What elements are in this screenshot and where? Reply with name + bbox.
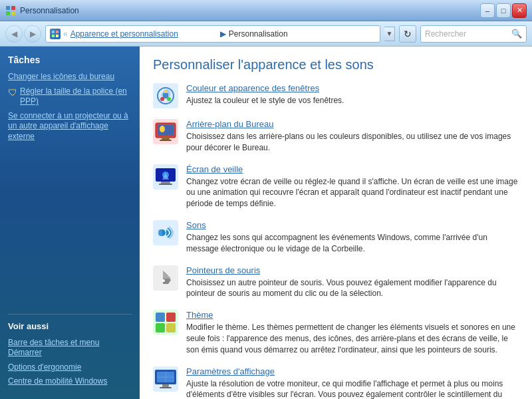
content-area: Personnaliser l'apparence et les sons Co…: [140, 47, 532, 399]
sidebar-link-projector[interactable]: Se connecter à un projecteur ou à un aut…: [8, 111, 132, 142]
search-placeholder: Rechercher: [425, 29, 509, 39]
theme-desc: Modifier le thème. Les thèmes permettent…: [186, 323, 515, 354]
svg-point-29: [158, 229, 162, 236]
display-icon: [153, 366, 178, 392]
mouse-icon: [153, 265, 178, 291]
window-icon: [5, 5, 16, 16]
svg-rect-5: [56, 31, 59, 33]
theme-text: Thème Modifier le thème. Les thèmes perm…: [186, 310, 519, 355]
settings-item-theme: Thème Modifier le thème. Les thèmes perm…: [153, 310, 519, 355]
page-title: Personnaliser l'apparence et les sons: [153, 57, 519, 72]
wallpaper-icon: [153, 119, 178, 144]
screensaver-link[interactable]: Écran de veille: [186, 164, 519, 174]
sidebar-link-font[interactable]: Régler la taille de la police (en PPP): [20, 86, 132, 107]
svg-rect-41: [160, 387, 172, 388]
svg-rect-26: [159, 184, 172, 185]
title-bar-left: Personnalisation: [5, 5, 79, 16]
settings-item-colors: Couleur et apparence des fenêtres Ajuste…: [153, 83, 519, 108]
breadcrumb-arrow: ▶: [220, 29, 226, 39]
sounds-desc: Changez les sons qui accompagnent les év…: [186, 233, 487, 253]
breadcrumb-separator-1: «: [63, 29, 68, 39]
breadcrumb-root: Apparence et personnalisation: [70, 29, 217, 39]
svg-rect-36: [166, 323, 176, 332]
back-button[interactable]: ◀: [5, 25, 23, 43]
display-desc: Ajuste la résolution de votre moniteur, …: [186, 379, 503, 399]
colors-text: Couleur et apparence des fenêtres Ajuste…: [186, 83, 519, 106]
svg-rect-33: [156, 313, 165, 322]
address-dropdown-button[interactable]: ▼: [384, 27, 395, 41]
navigation-bar: ◀ ▶ « Apparence et personnalisation ▶ Pe…: [0, 21, 532, 47]
sidebar-link-font-wrapper: 🛡 Régler la taille de la police (en PPP): [8, 86, 132, 107]
screensaver-desc: Changez votre écran de veille ou réglez-…: [186, 177, 517, 209]
settings-item-screensaver: Écran de veille Changez votre écran de v…: [153, 164, 519, 209]
svg-rect-1: [11, 6, 15, 10]
refresh-button[interactable]: ↻: [399, 25, 416, 43]
see-also-title: Voir aussi: [8, 321, 132, 331]
sounds-icon: [153, 220, 178, 245]
forward-button[interactable]: ▶: [24, 25, 41, 43]
sidebar-divider: [8, 314, 132, 315]
theme-link[interactable]: Thème: [186, 310, 519, 320]
sidebar-link-mobilite[interactable]: Centre de mobilité Windows: [8, 376, 132, 387]
svg-rect-0: [6, 6, 10, 10]
see-also-section: Voir aussi Barre des tâches et menu Déma…: [8, 314, 132, 391]
svg-rect-19: [162, 137, 170, 140]
sidebar-link-ergonomie[interactable]: Options d'ergonomie: [8, 362, 132, 373]
svg-rect-3: [11, 11, 15, 15]
settings-item-wallpaper: Arrière-plan du Bureau Choisissez dans l…: [153, 119, 519, 154]
svg-point-13: [164, 90, 167, 92]
svg-point-11: [160, 97, 164, 101]
minimize-button[interactable]: –: [480, 3, 495, 18]
sounds-text: Sons Changez les sons qui accompagnent l…: [186, 220, 519, 255]
search-bar[interactable]: Rechercher 🔍: [420, 25, 527, 43]
svg-rect-6: [52, 35, 55, 37]
svg-rect-35: [156, 323, 165, 332]
colors-desc: Ajustez la couleur et le style de vos fe…: [186, 96, 344, 105]
theme-icon: [153, 310, 178, 335]
svg-rect-20: [160, 140, 172, 141]
maximize-button[interactable]: □: [496, 3, 511, 18]
search-icon[interactable]: 🔍: [511, 29, 522, 39]
svg-rect-4: [52, 31, 55, 33]
sidebar-link-taskbar[interactable]: Barre des tâches et menu Démarrer: [8, 338, 132, 358]
svg-rect-40: [162, 384, 169, 387]
sidebar: Tâches Changer les icônes du bureau 🛡 Ré…: [0, 47, 140, 399]
main-container: Tâches Changer les icônes du bureau 🛡 Ré…: [0, 47, 532, 399]
svg-rect-2: [6, 11, 10, 15]
address-icon: [50, 29, 61, 39]
svg-rect-10: [163, 93, 168, 98]
settings-list: Couleur et apparence des fenêtres Ajuste…: [153, 83, 519, 399]
sidebar-link-icons[interactable]: Changer les icônes du bureau: [8, 72, 132, 82]
display-link[interactable]: Paramètres d'affichage: [186, 366, 519, 376]
sounds-link[interactable]: Sons: [186, 220, 519, 230]
close-button[interactable]: ✕: [512, 3, 527, 18]
colors-icon: [153, 83, 178, 108]
title-bar: Personnalisation – □ ✕: [0, 0, 532, 21]
svg-point-31: [162, 279, 165, 282]
svg-rect-7: [56, 35, 59, 37]
display-text: Paramètres d'affichage Ajuste la résolut…: [186, 366, 519, 399]
svg-rect-34: [166, 313, 176, 322]
svg-rect-25: [161, 182, 170, 184]
colors-link[interactable]: Couleur et apparence des fenêtres: [186, 83, 519, 93]
settings-item-sounds: Sons Changez les sons qui accompagnent l…: [153, 220, 519, 255]
shield-icon: 🛡: [8, 87, 17, 98]
svg-point-12: [167, 97, 171, 101]
screensaver-icon: [153, 164, 178, 190]
screensaver-text: Écran de veille Changez votre écran de v…: [186, 164, 519, 209]
nav-arrows: ◀ ▶: [5, 25, 41, 43]
wallpaper-text: Arrière-plan du Bureau Choisissez dans l…: [186, 119, 519, 154]
window-title: Personnalisation: [20, 6, 79, 15]
sidebar-spacer: [8, 146, 132, 307]
breadcrumb-current: Personnalisation: [229, 29, 376, 39]
svg-point-18: [160, 126, 165, 132]
mouse-link[interactable]: Pointeurs de souris: [186, 265, 519, 275]
mouse-desc: Choisissez un autre pointeur de souris. …: [186, 278, 497, 299]
title-bar-buttons: – □ ✕: [480, 3, 527, 18]
wallpaper-link[interactable]: Arrière-plan du Bureau: [186, 119, 519, 129]
address-bar[interactable]: « Apparence et personnalisation ▶ Person…: [45, 25, 380, 43]
settings-item-display: Paramètres d'affichage Ajuste la résolut…: [153, 366, 519, 399]
wallpaper-desc: Choisissez dans les arrière-plans ou les…: [186, 132, 511, 152]
settings-item-mouse: Pointeurs de souris Choisissez un autre …: [153, 265, 519, 300]
mouse-text: Pointeurs de souris Choisissez un autre …: [186, 265, 519, 300]
